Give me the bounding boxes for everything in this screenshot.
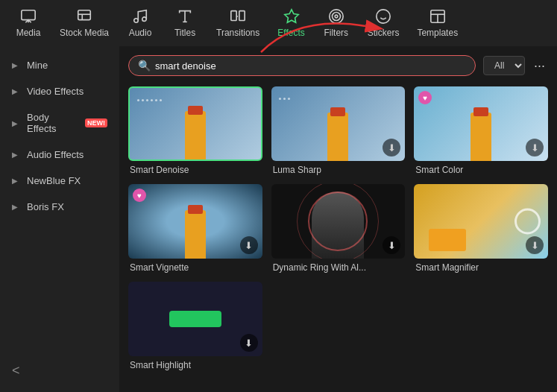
svg-rect-10 — [239, 11, 245, 21]
effects-grid: Smart Denoise ⬇ Luma Sharp — [128, 86, 548, 370]
collapse-icon: < — [12, 363, 20, 378]
favorite-badge — [133, 189, 146, 202]
filter-controls: All ··· — [483, 56, 548, 75]
sidebar-item-mine[interactable]: ▶ Mine — [0, 52, 119, 78]
effect-thumb-smart-vignette: ⬇ — [128, 184, 262, 259]
search-input[interactable] — [155, 60, 466, 72]
svg-rect-0 — [22, 10, 35, 20]
search-box[interactable]: 🔍 — [128, 55, 476, 76]
chevron-icon: ▶ — [12, 61, 18, 69]
nav-item-media[interactable]: Media — [6, 4, 51, 42]
download-icon[interactable]: ⬇ — [383, 236, 400, 254]
effect-thumb-luma-sharp: ⬇ — [271, 86, 406, 161]
effect-thumb-smart-denoise — [128, 86, 262, 161]
effect-label-smart-vignette: Smart Vignette — [128, 262, 262, 273]
svg-rect-9 — [231, 11, 236, 21]
download-icon[interactable]: ⬇ — [240, 334, 258, 352]
nav-item-stickers[interactable]: Stickers — [359, 4, 409, 42]
svg-point-15 — [377, 10, 390, 23]
filter-dropdown[interactable]: All — [483, 56, 525, 75]
sidebar-label-mine: Mine — [27, 60, 48, 71]
svg-point-14 — [335, 15, 338, 18]
effect-label-smart-denoise: Smart Denoise — [128, 165, 262, 175]
effect-thumb-smart-highlight: ⬇ — [128, 282, 262, 356]
sidebar-label-video-effects: Video Effects — [27, 86, 84, 97]
download-icon[interactable]: ⬇ — [240, 236, 258, 254]
svg-point-5 — [134, 19, 139, 23]
effect-label-dynamic-ring: Dynamic Ring With Al... — [271, 262, 406, 273]
effect-thumb-smart-magnifier: ⬇ — [414, 184, 548, 259]
nav-label-filters: Filters — [324, 28, 348, 38]
more-button[interactable]: ··· — [531, 58, 548, 74]
chevron-icon: ▶ — [12, 87, 18, 95]
new-badge: NEW! — [85, 118, 107, 127]
main-content: 🔍 All ··· — [119, 46, 557, 392]
effect-thumb-dynamic-ring: ⬇ — [271, 184, 406, 259]
download-icon[interactable]: ⬇ — [383, 139, 400, 157]
favorite-badge — [418, 91, 432, 104]
effect-card-smart-denoise[interactable]: Smart Denoise — [128, 86, 262, 175]
chevron-icon: ▶ — [12, 203, 18, 211]
effect-card-smart-highlight[interactable]: ⬇ Smart Highlight — [128, 282, 262, 370]
download-icon[interactable]: ⬇ — [526, 236, 544, 254]
svg-point-12 — [330, 10, 343, 23]
nav-item-audio[interactable]: Audio — [118, 4, 163, 42]
effect-card-smart-color[interactable]: ⬇ Smart Color — [414, 86, 548, 175]
effect-label-smart-highlight: Smart Highlight — [128, 360, 262, 370]
sidebar-label-body-effects: Body Effects — [27, 112, 78, 134]
chevron-icon: ▶ — [12, 151, 18, 159]
effect-card-dynamic-ring[interactable]: ⬇ Dynamic Ring With Al... — [271, 184, 406, 273]
nav-label-stock: Stock Media — [60, 28, 109, 38]
effect-card-luma-sharp[interactable]: ⬇ Luma Sharp — [271, 86, 406, 175]
svg-point-13 — [332, 13, 340, 21]
effect-label-smart-magnifier: Smart Magnifier — [414, 262, 548, 273]
effect-label-luma-sharp: Luma Sharp — [271, 165, 406, 175]
chevron-icon: ▶ — [12, 119, 18, 127]
nav-label-audio: Audio — [129, 28, 152, 38]
sidebar-label-newblue-fx: NewBlue FX — [27, 175, 81, 186]
svg-rect-2 — [78, 10, 91, 20]
nav-item-templates[interactable]: Templates — [408, 4, 467, 42]
chevron-icon: ▶ — [12, 177, 18, 185]
sidebar: ▶ Mine ▶ Video Effects ▶ Body Effects NE… — [0, 46, 119, 392]
nav-label-effects: Effects — [277, 28, 304, 38]
effect-card-smart-magnifier[interactable]: ⬇ Smart Magnifier — [414, 184, 548, 273]
effect-card-smart-vignette[interactable]: ⬇ Smart Vignette — [128, 184, 262, 273]
sidebar-item-audio-effects[interactable]: ▶ Audio Effects — [0, 142, 119, 168]
sidebar-item-video-effects[interactable]: ▶ Video Effects — [0, 78, 119, 104]
highlight-bar — [169, 311, 221, 327]
svg-point-6 — [142, 17, 147, 21]
nav-item-transitions[interactable]: Transitions — [207, 4, 268, 42]
sidebar-label-boris-fx: Boris FX — [27, 201, 64, 212]
download-icon[interactable]: ⬇ — [526, 139, 544, 157]
nav-label-media: Media — [16, 28, 41, 38]
nav-label-titles: Titles — [174, 28, 195, 38]
svg-marker-11 — [284, 10, 298, 22]
nav-label-stickers: Stickers — [368, 28, 400, 38]
sidebar-item-body-effects[interactable]: ▶ Body Effects NEW! — [0, 104, 119, 142]
nav-item-effects[interactable]: Effects — [268, 4, 313, 42]
top-nav: Media Stock Media Audio Titles — [0, 0, 557, 46]
nav-label-templates: Templates — [417, 28, 458, 38]
effect-thumb-smart-color: ⬇ — [414, 86, 548, 161]
nav-item-stock-media[interactable]: Stock Media — [51, 4, 118, 42]
sidebar-item-newblue-fx[interactable]: ▶ NewBlue FX — [0, 168, 119, 194]
search-bar: 🔍 All ··· — [128, 55, 548, 76]
nav-item-titles[interactable]: Titles — [163, 4, 207, 42]
sidebar-collapse-button[interactable]: < — [0, 355, 119, 386]
nav-item-filters[interactable]: Filters — [314, 4, 359, 42]
effect-label-smart-color: Smart Color — [414, 165, 548, 175]
search-icon: 🔍 — [138, 60, 151, 72]
sidebar-item-boris-fx[interactable]: ▶ Boris FX — [0, 194, 119, 220]
sidebar-label-audio-effects: Audio Effects — [27, 149, 84, 160]
nav-label-transitions: Transitions — [216, 28, 259, 38]
body: ▶ Mine ▶ Video Effects ▶ Body Effects NE… — [0, 46, 557, 392]
